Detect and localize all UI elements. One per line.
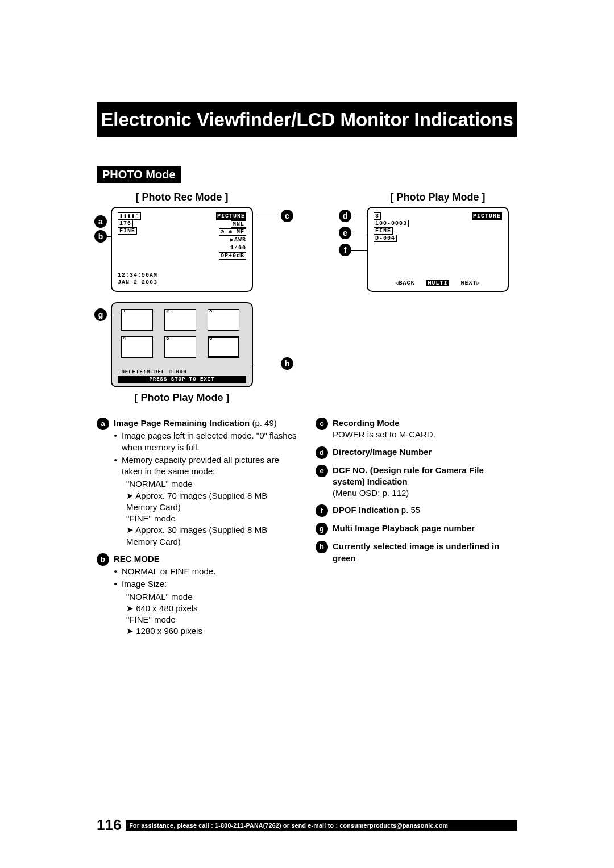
bullet-g: g: [316, 523, 328, 535]
bullet-c: c: [316, 418, 328, 430]
callout-h: h: [281, 357, 293, 370]
multi-thumb-screen: 1 2 3 4 5 6 ·DELETE:M-DEL D-000 PRESS ST…: [111, 302, 253, 387]
desc-b-fine-v: 1280 x 960 pixels: [126, 625, 298, 637]
next-nav: NEXT▷: [461, 280, 481, 286]
back-nav: ◁BACK: [395, 280, 414, 286]
desc-h-title: Currently selected image is underlined i…: [333, 541, 499, 562]
desc-b-b1: NORMAL or FINE mode.: [122, 566, 298, 577]
desc-b-normal-v: 640 x 480 pixels: [126, 603, 298, 614]
photo-play-column: [ Photo Play Mode ] d e f 3 100-0003 FIN…: [358, 187, 517, 407]
bullet-e: e: [316, 465, 328, 477]
desc-b-b2: Image Size:: [122, 578, 298, 590]
thumb-cell: 3: [208, 309, 239, 331]
callout-b: b: [94, 230, 107, 243]
desc-c-text: POWER is set to M-CARD.: [333, 429, 435, 439]
quality-indicator-play: FINE: [374, 227, 393, 235]
delete-line: ·DELETE:M-DEL D-000: [118, 369, 246, 375]
desc-e-text: (Menu OSD: p. 112): [333, 488, 409, 498]
thumb-cell: 5: [164, 336, 196, 358]
bullet-a: a: [97, 418, 109, 430]
callout-c: c: [281, 210, 293, 222]
bullet-b: b: [97, 553, 109, 566]
battery-icon: ▮▮▮▮▯: [118, 212, 141, 220]
shutter-indicator: 1/60: [230, 245, 246, 251]
desc-a-fine-v: Approx. 30 images (Supplied 8 MB Memory …: [126, 524, 298, 548]
callout-d: d: [339, 210, 351, 222]
thumb-cell-selected: 6: [208, 336, 239, 358]
picture-mode-play: PICTURE: [472, 212, 502, 220]
section-badge: PHOTO Mode: [97, 166, 181, 183]
desc-b-title: REC MODE: [114, 554, 160, 564]
bullet-d: d: [316, 446, 328, 459]
desc-b-fine: "FINE" mode: [126, 614, 298, 625]
bullet-h: h: [316, 541, 328, 553]
desc-a-fine: "FINE" mode: [126, 513, 298, 524]
picture-mode: PICTURE: [216, 212, 246, 220]
thumb-cell: 4: [121, 336, 153, 358]
desc-g-title: Multi Image Playback page number: [333, 523, 475, 533]
page-title: Electronic Viewfinder/LCD Monitor Indica…: [97, 102, 517, 137]
image-index: 3: [374, 212, 381, 220]
rec-mode-heading: [ Photo Rec Mode ]: [97, 191, 267, 203]
desc-b-normal: "NORMAL" mode: [126, 591, 298, 603]
pages-remaining: 176: [118, 220, 133, 227]
photo-rec-column: [ Photo Rec Mode ] a b c ▮▮▮▮▯ 176 FINE …: [97, 187, 267, 407]
desc-f-ref: p. 55: [399, 505, 421, 515]
page-number: 116: [97, 816, 121, 834]
thumb-cell: 2: [164, 309, 196, 331]
desc-a-b2: Memory capacity provided all pictures ar…: [122, 454, 298, 478]
mf-indicator: ⊙ ✱ MF: [219, 228, 246, 236]
gain-indicator: OP+0dB: [219, 252, 246, 260]
quality-indicator: FINE: [118, 227, 137, 235]
callout-e: e: [339, 227, 351, 239]
page-footer: 116 For assistance, please call : 1-800-…: [97, 816, 517, 834]
thumb-cell: 1: [121, 309, 153, 331]
time-indicator: 12:34:56AM: [118, 272, 157, 278]
callout-a: a: [94, 215, 107, 228]
callout-f: f: [339, 244, 351, 256]
descriptions: a Image Page Remaining Indication (p. 49…: [97, 418, 517, 643]
assistance-bar: For assistance, please call : 1-800-211-…: [126, 820, 517, 831]
desc-a-title: Image Page Remaining Indication: [114, 418, 250, 428]
multi-nav: MULTI: [426, 280, 449, 286]
dpof-indicator: D-004: [374, 235, 397, 242]
desc-a-normal: "NORMAL" mode: [126, 478, 298, 490]
desc-a-normal-v: Approx. 70 images (Supplied 8 MB Memory …: [126, 490, 298, 514]
date-indicator: JAN 2 2003: [118, 279, 157, 286]
exit-line: PRESS STOP TO EXIT: [118, 376, 246, 383]
desc-a-ref: (p. 49): [252, 418, 276, 428]
play-mode-heading-2: [ Photo Play Mode ]: [97, 392, 267, 404]
lcd-rec-screen: ▮▮▮▮▯ 176 FINE PICTURE MNL ⊙ ✱ MF ▶AWB 1…: [111, 207, 253, 292]
desc-e-title: DCF NO. (Design rule for Camera File sys…: [333, 465, 484, 486]
desc-d-title: Directory/Image Number: [333, 447, 432, 457]
mnl-indicator: MNL: [231, 220, 246, 228]
play-mode-heading: [ Photo Play Mode ]: [358, 191, 517, 203]
desc-f-title: DPOF Indication: [333, 505, 399, 515]
callout-g: g: [94, 308, 107, 321]
desc-c-title: Recording Mode: [333, 418, 400, 428]
lcd-play-screen: 3 100-0003 FINE D-004 PICTURE ◁BACK MULT…: [367, 207, 509, 292]
awb-indicator: ▶AWB: [230, 237, 246, 243]
bullet-f: f: [316, 504, 328, 517]
dcf-number: 100-0003: [374, 220, 409, 227]
desc-a-b1: Image pages left in selected mode. "0" f…: [122, 430, 298, 453]
